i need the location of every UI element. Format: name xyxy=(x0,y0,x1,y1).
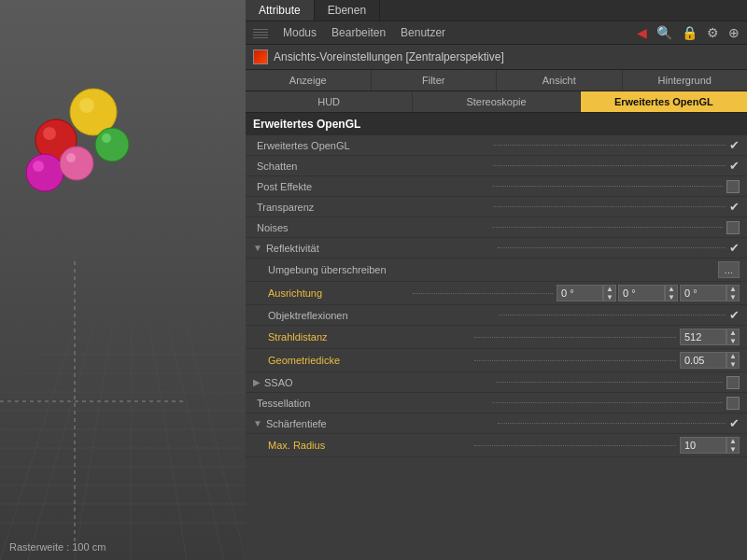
prop-strahldistanz: Strahldistanz ▲▼ xyxy=(246,326,747,349)
prop-schatten: Schatten ✔ xyxy=(246,156,747,176)
right-panel: Attribute Ebenen Modus Bearbeiten Benutz… xyxy=(246,0,747,560)
dots-geometriedicke xyxy=(474,360,677,361)
svg-point-25 xyxy=(33,161,44,172)
prop-geometriedicke: Geometriedicke ▲▼ xyxy=(246,349,747,372)
svg-rect-0 xyxy=(0,0,246,560)
prop-max-radius: Max. Radius ▲▼ xyxy=(246,434,747,457)
prop-erweitertes-opengl: Erweitertes OpenGL ✔ xyxy=(246,135,747,156)
prop-objektreflexionen: Objektreflexionen ✔ xyxy=(246,305,747,326)
ausrichtung-z-input[interactable] xyxy=(680,285,726,301)
prop-value-erweitertes-opengl[interactable]: ✔ xyxy=(729,138,740,152)
prop-value-tessellation[interactable] xyxy=(726,397,740,410)
prop-label-max-radius: Max. Radius xyxy=(268,440,471,451)
prop-ausrichtung: Ausrichtung ▲▼ ▲▼ ▲▼ xyxy=(246,282,747,305)
collapse-schaerfentiefe[interactable]: ▼ xyxy=(253,418,262,428)
collapse-reflektivitaet[interactable]: ▼ xyxy=(253,243,262,253)
tab-attribute[interactable]: Attribute xyxy=(246,0,315,21)
prop-label-tessellation: Tessellation xyxy=(257,398,488,409)
ausrichtung-y-group: ▲▼ xyxy=(618,285,678,301)
ausrichtung-y-spin[interactable]: ▲▼ xyxy=(665,285,678,301)
prop-tessellation: Tessellation xyxy=(246,393,747,413)
toolbar-modus[interactable]: Modus xyxy=(283,26,317,39)
prop-value-transparenz[interactable]: ✔ xyxy=(729,200,740,214)
tab-anzeige[interactable]: Anzeige xyxy=(246,70,372,91)
prop-label-transparenz: Transparenz xyxy=(257,202,489,213)
dots-erweitertes-opengl xyxy=(493,145,726,146)
dots-ausrichtung xyxy=(413,293,554,294)
strahldistanz-group: ▲▼ xyxy=(680,329,740,345)
prop-label-ausrichtung: Ausrichtung xyxy=(268,287,409,299)
prop-label-erweitertes-opengl: Erweitertes OpenGL xyxy=(257,140,489,151)
ausrichtung-x-input[interactable] xyxy=(557,285,603,301)
prop-reflektivitaet: ▼ Reflektivität ✔ xyxy=(246,238,747,259)
prop-umgebung: Umgebung überschreiben ... xyxy=(246,259,747,282)
prop-label-reflektivitaet: Reflektivität xyxy=(266,243,494,254)
prop-label-strahldistanz: Strahldistanz xyxy=(268,331,471,343)
prop-transparenz: Transparenz ✔ xyxy=(246,197,747,217)
lock-icon[interactable]: 🔒 xyxy=(682,25,698,40)
svg-point-24 xyxy=(26,154,63,191)
tab-filter[interactable]: Filter xyxy=(372,70,498,91)
prop-label-noises: Noises xyxy=(257,222,488,233)
arrow-icon[interactable]: ◀ xyxy=(637,25,647,40)
prop-post-effekte: Post Effekte xyxy=(246,176,747,197)
prop-noises: Noises xyxy=(246,217,747,238)
settings-icon[interactable]: ⚙ xyxy=(707,25,719,40)
tab-hintergrund[interactable]: Hintergrund xyxy=(623,70,748,91)
umgebung-button[interactable]: ... xyxy=(718,261,740,278)
prop-schaerfentiefe: ▼ Schärfentiefe ✔ xyxy=(246,413,747,434)
ausrichtung-inputs: ▲▼ ▲▼ ▲▼ xyxy=(557,285,740,301)
dots-schaerfentiefe xyxy=(498,423,726,424)
max-radius-input[interactable] xyxy=(680,437,726,454)
strahldistanz-spin[interactable]: ▲▼ xyxy=(726,329,740,345)
raster-label: Rasterweite : 100 cm xyxy=(9,541,106,553)
dots-schatten xyxy=(493,165,726,166)
tab-ansicht[interactable]: Ansicht xyxy=(497,70,623,91)
prop-value-reflektivitaet[interactable]: ✔ xyxy=(729,241,740,255)
dots-strahldistanz xyxy=(474,337,677,338)
sub-tabs-row2: HUD Stereoskopie Erweitertes OpenGL xyxy=(246,91,747,113)
prop-label-geometriedicke: Geometriedicke xyxy=(268,355,471,366)
ausrichtung-y-input[interactable] xyxy=(618,285,665,301)
toolbar-bearbeiten[interactable]: Bearbeiten xyxy=(331,26,386,39)
geometriedicke-input[interactable] xyxy=(680,352,726,369)
ausrichtung-z-spin[interactable]: ▲▼ xyxy=(726,285,740,301)
dots-transparenz xyxy=(493,206,726,207)
search-icon[interactable]: 🔍 xyxy=(656,25,672,40)
prop-value-schatten[interactable]: ✔ xyxy=(729,159,740,173)
prop-label-objektreflexionen: Objektreflexionen xyxy=(268,310,495,321)
prop-label-schatten: Schatten xyxy=(257,161,489,172)
more-icon[interactable]: ⊕ xyxy=(728,25,740,40)
strahldistanz-input[interactable] xyxy=(680,329,726,345)
dots-reflektivitaet xyxy=(498,247,726,248)
toolbar-benutzer[interactable]: Benutzer xyxy=(401,26,445,39)
prop-value-objektreflexionen[interactable]: ✔ xyxy=(729,308,740,322)
dots-noises xyxy=(492,227,724,228)
prop-value-noises[interactable] xyxy=(726,221,740,234)
prop-ssao: ▶ SSAO xyxy=(246,372,747,393)
prop-label-ssao: SSAO xyxy=(264,377,492,388)
toolbar: Modus Bearbeiten Benutzer ◀ 🔍 🔒 ⚙ ⊕ xyxy=(246,21,747,45)
geometriedicke-spin[interactable]: ▲▼ xyxy=(726,352,740,369)
max-radius-spin[interactable]: ▲▼ xyxy=(726,437,740,454)
svg-point-27 xyxy=(66,153,76,162)
ausrichtung-x-spin[interactable]: ▲▼ xyxy=(603,285,616,301)
geometriedicke-group: ▲▼ xyxy=(680,352,740,369)
prop-value-schaerfentiefe[interactable]: ✔ xyxy=(729,416,740,430)
tab-erweitertes-opengl[interactable]: Erweitertes OpenGL xyxy=(581,91,747,112)
svg-point-23 xyxy=(43,127,56,140)
top-tabs-bar: Attribute Ebenen xyxy=(246,0,747,21)
prop-label-schaerfentiefe: Schärfentiefe xyxy=(266,418,494,429)
tab-ebenen[interactable]: Ebenen xyxy=(315,0,380,21)
properties-content: Erweitertes OpenGL Erweitertes OpenGL ✔ … xyxy=(246,113,747,560)
prop-value-ssao[interactable] xyxy=(726,376,740,389)
svg-point-29 xyxy=(102,133,111,143)
tab-hud[interactable]: HUD xyxy=(246,91,413,112)
svg-point-21 xyxy=(79,98,94,113)
ausrichtung-x-group: ▲▼ xyxy=(557,285,616,301)
tab-stereoskopie[interactable]: Stereoskopie xyxy=(413,91,580,112)
prop-value-post-effekte[interactable] xyxy=(726,180,740,193)
max-radius-group: ▲▼ xyxy=(680,437,740,454)
collapse-ssao[interactable]: ▶ xyxy=(253,377,261,387)
grip-icon xyxy=(253,27,268,38)
